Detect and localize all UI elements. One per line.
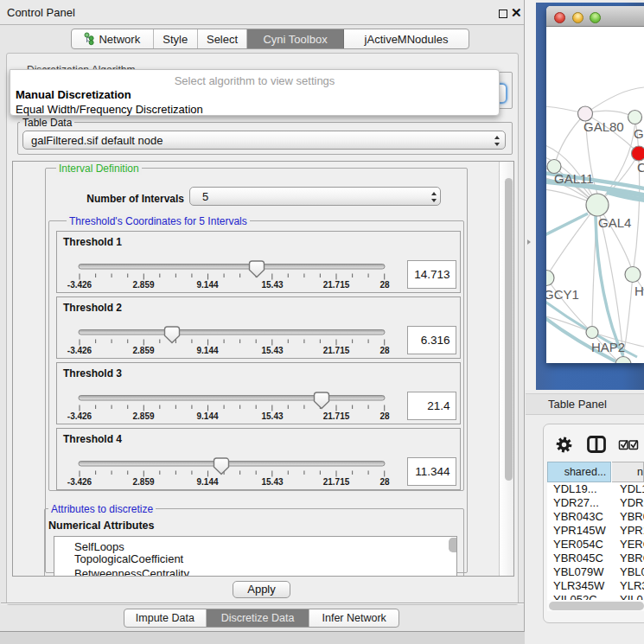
- svg-text:G.: G.: [634, 125, 644, 140]
- svg-text:C: C: [637, 160, 644, 175]
- svg-text:GAL11: GAL11: [554, 171, 594, 186]
- svg-text:GCY1: GCY1: [546, 286, 579, 301]
- svg-text:H: H: [634, 284, 644, 298]
- svg-text:HAP2: HAP2: [591, 340, 625, 354]
- svg-text:GAL80: GAL80: [583, 119, 624, 134]
- svg-text:GAL4: GAL4: [598, 215, 631, 230]
